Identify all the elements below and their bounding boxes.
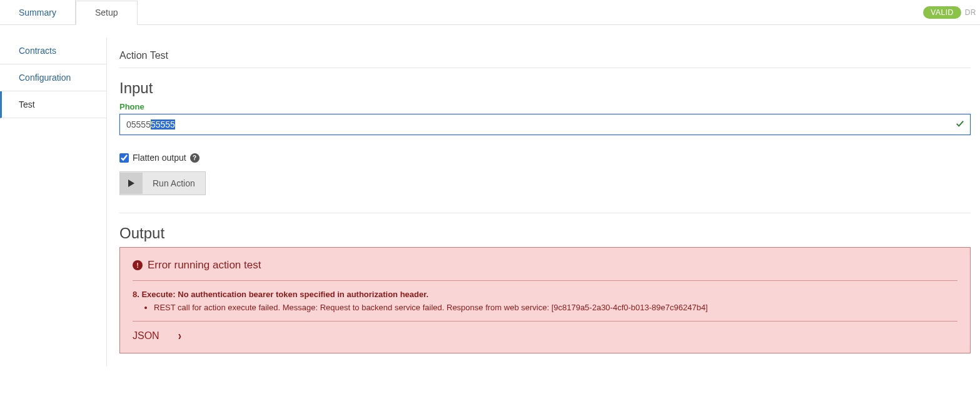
sidebar-item-test[interactable]: Test: [0, 91, 106, 118]
flatten-label: Flatten output: [133, 153, 186, 163]
input-heading: Input: [119, 79, 971, 97]
page-title: Action Test: [119, 50, 971, 68]
error-detail-item: REST call for action execute failed. Mes…: [154, 303, 957, 312]
divider: [119, 213, 971, 213]
json-label: JSON: [133, 330, 159, 342]
phone-input[interactable]: 0555555555: [119, 114, 971, 135]
play-icon: [120, 173, 143, 194]
json-toggle[interactable]: JSON ›: [133, 321, 957, 342]
phone-value-prefix: 05555: [126, 119, 151, 129]
tab-summary[interactable]: Summary: [0, 0, 76, 24]
status-badge-dr: DR: [965, 8, 976, 17]
top-tabs: Summary Setup VALID DR: [0, 0, 980, 25]
phone-label: Phone: [119, 102, 971, 111]
top-badges: VALID DR: [923, 6, 980, 19]
error-step: 8. Execute: No authentication bearer tok…: [133, 290, 957, 299]
sidebar-item-contracts[interactable]: Contracts: [0, 38, 106, 64]
flatten-checkbox[interactable]: [119, 153, 129, 163]
tab-setup[interactable]: Setup: [76, 1, 138, 25]
main-content: Action Test Input Phone 0555555555 Flatt…: [106, 38, 980, 366]
run-action-button[interactable]: Run Action: [119, 171, 206, 195]
error-detail-list: REST call for action execute failed. Mes…: [154, 303, 957, 312]
help-icon[interactable]: ?: [190, 153, 200, 163]
status-badge-valid: VALID: [923, 6, 961, 19]
output-heading: Output: [119, 225, 971, 242]
error-panel: ! Error running action test 8. Execute: …: [119, 247, 971, 353]
error-icon: !: [133, 260, 143, 270]
check-icon: [956, 119, 964, 130]
phone-value-selection: 55555: [151, 119, 175, 129]
phone-input-wrap: 0555555555: [119, 114, 971, 135]
run-action-label: Run Action: [143, 172, 205, 195]
chevron-right-icon: ›: [178, 328, 181, 343]
flatten-row: Flatten output ?: [119, 153, 971, 163]
sidebar: Contracts Configuration Test: [0, 25, 106, 366]
error-title: Error running action test: [148, 259, 261, 271]
error-title-row: ! Error running action test: [133, 259, 957, 281]
sidebar-item-configuration[interactable]: Configuration: [0, 64, 106, 91]
